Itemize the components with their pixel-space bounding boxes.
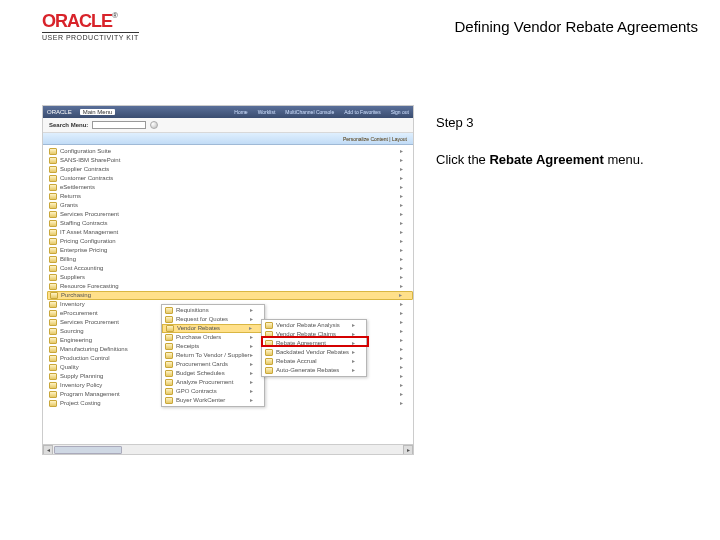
menu-item[interactable]: Buyer WorkCenter▸ (162, 396, 264, 405)
nav-home[interactable]: Home (234, 109, 247, 115)
menu-item[interactable]: Services Procurement▸ (49, 210, 411, 219)
menu-item[interactable]: Staffing Contracts▸ (49, 219, 411, 228)
horizontal-scrollbar[interactable]: ◂ ▸ (43, 444, 413, 454)
scroll-thumb[interactable] (54, 446, 122, 454)
main-menu-button[interactable]: Main Menu (80, 109, 116, 115)
menu-label: Rebate Accrual (276, 357, 317, 366)
menu-label: Purchase Orders (176, 333, 221, 342)
menu-label: Sourcing (60, 327, 84, 336)
nav-signout[interactable]: Sign out (391, 109, 409, 115)
menu-label: Inventory Policy (60, 381, 102, 390)
folder-icon (165, 370, 173, 377)
menu-item[interactable]: Vendor Rebate Claims▸ (262, 330, 366, 339)
menu-item[interactable]: Procurement Cards▸ (162, 360, 264, 369)
menu-label: eProcurement (60, 309, 98, 318)
menu-item[interactable]: Auto-Generate Rebates▸ (262, 366, 366, 375)
submenu-item-vendor-rebates[interactable]: Vendor Rebates ▸ (162, 324, 264, 333)
folder-icon (49, 319, 57, 326)
personalize-bar: Personalize Content | Layout (43, 133, 413, 145)
chevron-right-icon: ▸ (250, 351, 261, 360)
chevron-right-icon: ▸ (400, 345, 411, 354)
menu-item[interactable]: Return To Vendor / Supplier▸ (162, 351, 264, 360)
menu-item[interactable]: Backdated Vendor Rebates▸ (262, 348, 366, 357)
folder-icon (165, 334, 173, 341)
chevron-right-icon: ▸ (250, 360, 261, 369)
folder-icon (165, 343, 173, 350)
chevron-right-icon: ▸ (400, 156, 411, 165)
menu-label: Return To Vendor / Supplier (176, 351, 250, 360)
folder-icon (166, 325, 174, 332)
folder-icon (49, 202, 57, 209)
menu-label: Engineering (60, 336, 92, 345)
menu-item[interactable]: IT Asset Management▸ (49, 228, 411, 237)
chevron-right-icon: ▸ (400, 246, 411, 255)
nav-fav[interactable]: Add to Favorites (344, 109, 380, 115)
chevron-right-icon: ▸ (400, 372, 411, 381)
scroll-right-button[interactable]: ▸ (403, 445, 413, 455)
menu-item[interactable]: Request for Quotes▸ (162, 315, 264, 324)
menu-item[interactable]: GPO Contracts▸ (162, 387, 264, 396)
menu-item[interactable]: Billing▸ (49, 255, 411, 264)
chevron-right-icon: ▸ (400, 264, 411, 273)
chevron-right-icon: ▸ (400, 219, 411, 228)
submenu2-item-rebate-agreement[interactable]: Rebate Agreement ▸ (262, 339, 366, 348)
product-name: USER PRODUCTIVITY KIT (42, 32, 139, 41)
chevron-right-icon: ▸ (250, 333, 261, 342)
menu-label: Production Control (60, 354, 110, 363)
search-input[interactable] (92, 121, 146, 129)
folder-icon (49, 265, 57, 272)
chevron-right-icon: ▸ (400, 201, 411, 210)
folder-icon (49, 238, 57, 245)
menu-item[interactable]: Resource Forecasting▸ (49, 282, 411, 291)
folder-icon (49, 400, 57, 407)
folder-icon (165, 352, 173, 359)
nav-mcc[interactable]: MultiChannel Console (285, 109, 334, 115)
folder-icon (165, 361, 173, 368)
menu-item[interactable]: Analyze Procurement▸ (162, 378, 264, 387)
menu-label: Buyer WorkCenter (176, 396, 225, 405)
menu-item[interactable]: Supplier Contracts▸ (49, 165, 411, 174)
chevron-right-icon: ▸ (400, 282, 411, 291)
folder-icon (49, 193, 57, 200)
menu-item[interactable]: Purchase Orders▸ (162, 333, 264, 342)
menu-item[interactable]: SANS-IBM SharePoint▸ (49, 156, 411, 165)
menu-item[interactable]: Configuration Suite▸ (49, 147, 411, 156)
chevron-right-icon: ▸ (249, 324, 260, 333)
menu-label: Supplier Contracts (60, 165, 109, 174)
menu-label: Quality (60, 363, 79, 372)
menu-item[interactable]: Vendor Rebate Analysis▸ (262, 321, 366, 330)
menu-item[interactable]: Grants▸ (49, 201, 411, 210)
menu-item[interactable]: Cost Accounting▸ (49, 264, 411, 273)
menu-item[interactable]: Budget Schedules▸ (162, 369, 264, 378)
chevron-right-icon: ▸ (400, 183, 411, 192)
menu-item[interactable]: Rebate Accrual▸ (262, 357, 366, 366)
menu-item[interactable]: Receipts▸ (162, 342, 264, 351)
folder-icon (49, 364, 57, 371)
instruction-panel: Step 3 Click the Rebate Agreement menu. (414, 105, 644, 455)
chevron-right-icon: ▸ (352, 366, 363, 375)
menu-item[interactable]: Enterprise Pricing▸ (49, 246, 411, 255)
menu-item[interactable]: Returns▸ (49, 192, 411, 201)
menu-item[interactable]: eSettlements▸ (49, 183, 411, 192)
folder-icon (49, 220, 57, 227)
chevron-right-icon: ▸ (250, 342, 261, 351)
nav-worklist[interactable]: Worklist (258, 109, 276, 115)
menu-item[interactable]: Customer Contracts▸ (49, 174, 411, 183)
folder-icon (49, 166, 57, 173)
menu-item[interactable]: Requisitions▸ (162, 306, 264, 315)
chevron-right-icon: ▸ (250, 387, 261, 396)
folder-icon (49, 391, 57, 398)
folder-icon (49, 310, 57, 317)
menu-item-purchasing[interactable]: Purchasing ▸ (47, 291, 413, 300)
menu-item[interactable]: Suppliers▸ (49, 273, 411, 282)
folder-icon (49, 157, 57, 164)
folder-icon (165, 397, 173, 404)
menu-label: Manufacturing Definitions (60, 345, 128, 354)
menu-label: Request for Quotes (176, 315, 228, 324)
menu-label: Grants (60, 201, 78, 210)
search-go-button[interactable] (150, 121, 158, 129)
scroll-left-button[interactable]: ◂ (43, 445, 53, 455)
menu-item[interactable]: Pricing Configuration▸ (49, 237, 411, 246)
personalize-link[interactable]: Personalize Content | Layout (343, 136, 407, 142)
instruction-text: Click the Rebate Agreement menu. (436, 152, 644, 167)
